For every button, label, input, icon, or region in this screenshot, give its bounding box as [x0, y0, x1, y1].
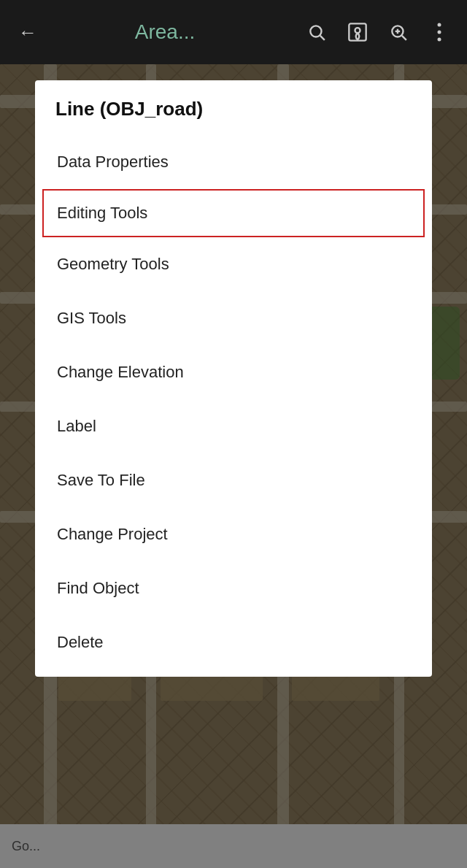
- menu-item-find-object[interactable]: Find Object: [35, 561, 432, 615]
- menu-item-editing-tools[interactable]: Editing Tools: [42, 189, 425, 237]
- menu-item-change-project[interactable]: Change Project: [35, 507, 432, 561]
- search-icon[interactable]: [304, 19, 330, 45]
- back-button[interactable]: ←: [15, 19, 41, 45]
- menu-item-label[interactable]: Label: [35, 399, 432, 453]
- svg-line-1: [320, 36, 325, 40]
- svg-point-8: [438, 23, 441, 27]
- more-options-icon[interactable]: [426, 19, 452, 45]
- menu-item-geometry-tools[interactable]: Geometry Tools: [35, 237, 432, 291]
- svg-point-9: [438, 31, 441, 34]
- menu-item-data-properties[interactable]: Data Properties: [35, 135, 432, 189]
- menu-item-save-to-file[interactable]: Save To File: [35, 453, 432, 507]
- svg-point-3: [355, 28, 360, 33]
- modal-card: Line (OBJ_road) Data Properties Editing …: [35, 80, 432, 677]
- menu-item-delete[interactable]: Delete: [35, 615, 432, 669]
- svg-point-0: [310, 26, 321, 37]
- svg-line-5: [402, 36, 406, 40]
- page-title: Area...: [41, 20, 289, 44]
- menu-item-change-elevation[interactable]: Change Elevation: [35, 345, 432, 399]
- svg-point-10: [438, 38, 441, 42]
- top-bar: ← Area...: [0, 0, 467, 64]
- menu-item-gis-tools[interactable]: GIS Tools: [35, 291, 432, 345]
- zoom-in-icon[interactable]: [385, 19, 412, 45]
- modal-title: Line (OBJ_road): [35, 98, 432, 135]
- map-icon[interactable]: [344, 19, 371, 45]
